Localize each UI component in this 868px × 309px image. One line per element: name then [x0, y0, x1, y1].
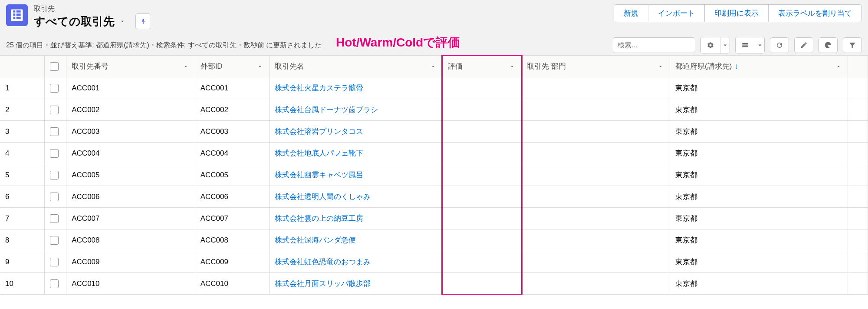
- cell-external-id: ACC002: [195, 99, 269, 121]
- refresh-button[interactable]: [770, 37, 789, 53]
- settings-gear-button[interactable]: [701, 37, 720, 53]
- display-table-button[interactable]: [736, 37, 755, 53]
- import-button[interactable]: インポート: [648, 5, 705, 22]
- cell-account-name[interactable]: 株式会社虹色恐竜のおつまみ: [269, 251, 442, 273]
- cell-external-id: ACC004: [195, 143, 269, 164]
- assign-label-button[interactable]: 表示ラベルを割り当て: [769, 5, 861, 22]
- list-status-text: 25 個の項目・並び替え基準: 都道府県(請求先)・検索条件: すべての取引先・…: [6, 41, 322, 50]
- cell-external-id: ACC007: [195, 208, 269, 229]
- cell-account-number: ACC003: [66, 121, 195, 143]
- row-checkbox-cell[interactable]: [45, 229, 66, 251]
- cell-account-name[interactable]: 株式会社台風ドーナツ歯ブラシ: [269, 99, 442, 121]
- row-checkbox[interactable]: [50, 171, 59, 179]
- col-header-account-name[interactable]: 取引先名: [269, 56, 442, 77]
- cell-account-name[interactable]: 株式会社地底人パフェ靴下: [269, 143, 442, 164]
- settings-caret-button[interactable]: [720, 37, 730, 53]
- print-view-button[interactable]: 印刷用に表示: [705, 5, 769, 22]
- table-row[interactable]: 8ACC008ACC008株式会社深海パンダ急便東京都: [0, 229, 868, 251]
- cell-account-name[interactable]: 株式会社透明人間のくしゃみ: [269, 186, 442, 208]
- table-row[interactable]: 9ACC009ACC009株式会社虹色恐竜のおつまみ東京都: [0, 251, 868, 273]
- edit-pencil-button[interactable]: [794, 37, 813, 53]
- cell-external-id: ACC003: [195, 121, 269, 143]
- cell-account-number: ACC002: [66, 99, 195, 121]
- row-number: 6: [0, 186, 45, 208]
- cell-external-id: ACC001: [195, 77, 269, 99]
- cell-account-number: ACC007: [66, 208, 195, 229]
- table-row[interactable]: 6ACC006ACC006株式会社透明人間のくしゃみ東京都: [0, 186, 868, 208]
- cell-account-number: ACC009: [66, 251, 195, 273]
- cell-overflow: [848, 186, 868, 208]
- row-number: 4: [0, 143, 45, 164]
- cell-account-name[interactable]: 株式会社溶岩プリンタコス: [269, 121, 442, 143]
- new-button[interactable]: 新規: [614, 5, 648, 22]
- row-checkbox[interactable]: [50, 279, 59, 288]
- chart-pie-button[interactable]: [819, 37, 838, 53]
- list-view-picker[interactable]: [117, 16, 128, 27]
- table-row[interactable]: 5ACC005ACC005株式会社幽霊キャベツ風呂東京都: [0, 164, 868, 186]
- row-number: 8: [0, 229, 45, 251]
- row-checkbox[interactable]: [50, 258, 59, 266]
- table-row[interactable]: 10ACC010ACC010株式会社月面スリッパ散歩部東京都: [0, 273, 868, 295]
- cell-account-number: ACC004: [66, 143, 195, 164]
- chevron-down-icon[interactable]: [430, 63, 437, 70]
- header-label: 取引先番号: [72, 61, 108, 71]
- filter-funnel-button[interactable]: [843, 37, 862, 53]
- row-number: 10: [0, 273, 45, 295]
- cell-account-number: ACC008: [66, 229, 195, 251]
- col-header-department[interactable]: 取引先 部門: [522, 56, 670, 77]
- row-checkbox-cell[interactable]: [45, 143, 66, 164]
- cell-account-name[interactable]: 株式会社幽霊キャベツ風呂: [269, 164, 442, 186]
- cell-department: [522, 251, 670, 273]
- row-checkbox[interactable]: [50, 236, 59, 245]
- chevron-down-icon[interactable]: [509, 63, 516, 70]
- col-header-external-id[interactable]: 外部ID: [195, 56, 269, 77]
- table-row[interactable]: 3ACC003ACC003株式会社溶岩プリンタコス東京都: [0, 121, 868, 143]
- cell-department: [522, 77, 670, 99]
- cell-prefecture: 東京都: [670, 186, 848, 208]
- cell-prefecture: 東京都: [670, 251, 848, 273]
- row-checkbox[interactable]: [50, 149, 59, 158]
- pin-list-button[interactable]: [135, 13, 151, 29]
- row-checkbox-cell[interactable]: [45, 251, 66, 273]
- row-number: 9: [0, 251, 45, 273]
- table-row[interactable]: 7ACC007ACC007株式会社雲の上の納豆工房東京都: [0, 208, 868, 229]
- row-checkbox-cell[interactable]: [45, 99, 66, 121]
- cell-account-name[interactable]: 株式会社月面スリッパ散歩部: [269, 273, 442, 295]
- row-checkbox-cell[interactable]: [45, 121, 66, 143]
- cell-rating: [442, 99, 521, 121]
- chevron-down-icon[interactable]: [183, 63, 190, 70]
- row-checkbox-cell[interactable]: [45, 164, 66, 186]
- cell-account-name[interactable]: 株式会社深海パンダ急便: [269, 229, 442, 251]
- col-header-prefecture[interactable]: 都道府県(請求先)↓: [670, 56, 848, 77]
- cell-rating: [442, 208, 521, 229]
- search-input[interactable]: [613, 37, 695, 53]
- cell-external-id: ACC009: [195, 251, 269, 273]
- row-checkbox-cell[interactable]: [45, 186, 66, 208]
- select-all-checkbox[interactable]: [50, 62, 59, 71]
- row-checkbox[interactable]: [50, 106, 59, 114]
- table-row[interactable]: 2ACC002ACC002株式会社台風ドーナツ歯ブラシ東京都: [0, 99, 868, 121]
- table-row[interactable]: 4ACC004ACC004株式会社地底人パフェ靴下東京都: [0, 143, 868, 164]
- chevron-down-icon[interactable]: [257, 63, 264, 70]
- cell-rating: [442, 77, 521, 99]
- row-checkbox-cell[interactable]: [45, 77, 66, 99]
- col-header-checkbox[interactable]: [45, 56, 66, 77]
- col-header-account-number[interactable]: 取引先番号: [66, 56, 195, 77]
- cell-account-name[interactable]: 株式会社雲の上の納豆工房: [269, 208, 442, 229]
- table-row[interactable]: 1ACC001ACC001株式会社火星カステラ骸骨東京都: [0, 77, 868, 99]
- list-header: 取引先 すべての取引先 新規 インポート 印刷用に表示 表示ラベルを割り当て 2…: [0, 0, 868, 55]
- row-checkbox[interactable]: [50, 127, 59, 136]
- row-checkbox[interactable]: [50, 193, 59, 201]
- header-label: 評価: [448, 61, 463, 71]
- chevron-down-icon[interactable]: [835, 63, 842, 70]
- row-checkbox[interactable]: [50, 214, 59, 223]
- row-checkbox[interactable]: [50, 84, 59, 93]
- cell-account-number: ACC010: [66, 273, 195, 295]
- chevron-down-icon[interactable]: [658, 63, 664, 70]
- col-header-overflow: [848, 56, 868, 77]
- cell-account-name[interactable]: 株式会社火星カステラ骸骨: [269, 77, 442, 99]
- col-header-rating[interactable]: 評価: [442, 56, 521, 77]
- row-checkbox-cell[interactable]: [45, 208, 66, 229]
- display-caret-button[interactable]: [755, 37, 764, 53]
- row-checkbox-cell[interactable]: [45, 273, 66, 295]
